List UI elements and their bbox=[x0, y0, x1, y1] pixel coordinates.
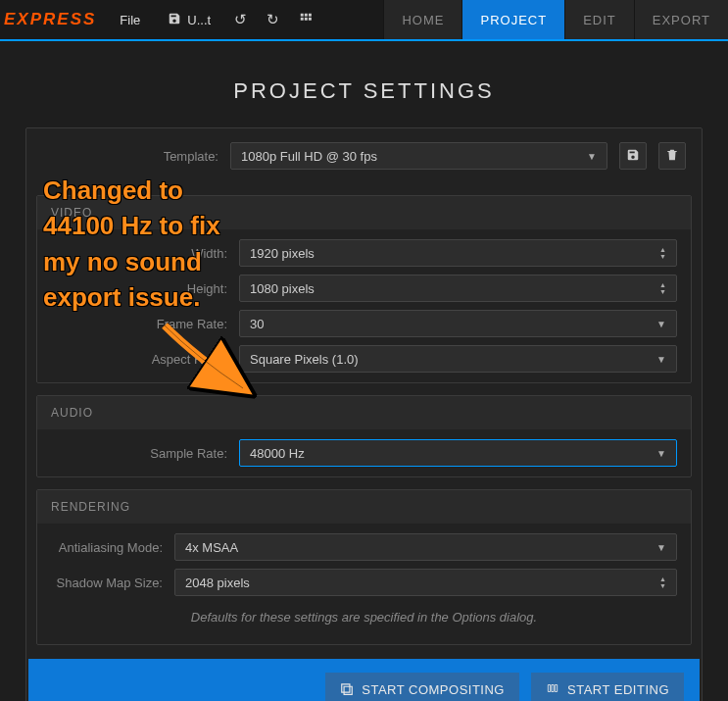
framerate-label: Frame Rate: bbox=[51, 317, 227, 331]
chevron-down-icon: ▼ bbox=[656, 354, 666, 365]
svg-rect-0 bbox=[301, 13, 304, 16]
page-title: PROJECT SETTINGS bbox=[25, 78, 703, 104]
grid-button[interactable] bbox=[293, 8, 318, 32]
framerate-value: 30 bbox=[250, 317, 264, 331]
aspect-select[interactable]: Square Pixels (1.0) ▼ bbox=[239, 345, 677, 373]
svg-rect-1 bbox=[305, 13, 308, 16]
settings-panel: Template: 1080p Full HD @ 30 fps ▼ VIDEO bbox=[25, 127, 703, 701]
tab-edit[interactable]: EDIT bbox=[564, 0, 634, 39]
template-value: 1080p Full HD @ 30 fps bbox=[241, 149, 377, 164]
file-menu[interactable]: File bbox=[110, 7, 150, 33]
undo-icon: ↺ bbox=[234, 11, 247, 27]
tab-export[interactable]: EXPORT bbox=[634, 0, 728, 39]
template-label: Template: bbox=[42, 149, 218, 164]
chevron-down-icon: ▼ bbox=[656, 319, 666, 329]
height-input[interactable]: 1080 pixels ▲▼ bbox=[239, 275, 677, 302]
width-input[interactable]: 1920 pixels ▲▼ bbox=[239, 239, 677, 267]
start-compositing-label: START COMPOSITING bbox=[362, 682, 505, 697]
grid-icon bbox=[299, 12, 313, 28]
trash-icon bbox=[665, 148, 679, 165]
svg-rect-4 bbox=[305, 17, 308, 20]
tab-export-label: EXPORT bbox=[653, 13, 710, 27]
file-menu-label: File bbox=[120, 13, 140, 27]
save-menu[interactable]: U...t bbox=[158, 6, 220, 34]
height-value: 1080 pixels bbox=[250, 281, 315, 296]
rendering-header: RENDERING bbox=[37, 490, 691, 524]
shadow-value: 2048 pixels bbox=[185, 576, 250, 590]
top-menu-bar: EXPRESS File U...t ↺ ↻ HOME PROJECT EDIT… bbox=[0, 0, 728, 41]
height-label: Height: bbox=[51, 281, 227, 296]
aa-label: Antialiasing Mode: bbox=[51, 540, 163, 555]
spinner-icon[interactable]: ▲▼ bbox=[659, 281, 666, 295]
width-label: Width: bbox=[51, 246, 227, 261]
rendering-hint: Defaults for these settings are specifie… bbox=[51, 604, 677, 634]
save-icon bbox=[626, 148, 640, 165]
sample-rate-value: 48000 Hz bbox=[250, 446, 305, 461]
tab-edit-label: EDIT bbox=[583, 13, 616, 27]
width-value: 1920 pixels bbox=[250, 246, 315, 261]
svg-rect-2 bbox=[309, 13, 312, 16]
aspect-value: Square Pixels (1.0) bbox=[250, 352, 359, 367]
tab-home-label: HOME bbox=[402, 13, 444, 27]
framerate-select[interactable]: 30 ▼ bbox=[239, 310, 677, 337]
aa-value: 4x MSAA bbox=[185, 540, 238, 555]
chevron-down-icon: ▼ bbox=[587, 151, 597, 162]
video-section: VIDEO Width: 1920 pixels ▲▼ Height: 1080… bbox=[36, 195, 692, 383]
audio-section: AUDIO Sample Rate: 48000 Hz ▼ bbox=[36, 395, 692, 477]
template-select[interactable]: 1080p Full HD @ 30 fps ▼ bbox=[230, 142, 607, 170]
aa-select[interactable]: 4x MSAA ▼ bbox=[174, 533, 677, 561]
spinner-icon[interactable]: ▲▼ bbox=[659, 576, 666, 589]
start-editing-label: START EDITING bbox=[567, 682, 669, 697]
aspect-label: Aspect Ratio: bbox=[51, 352, 227, 367]
sample-rate-label: Sample Rate: bbox=[51, 446, 227, 461]
svg-rect-5 bbox=[309, 17, 312, 20]
tab-project-label: PROJECT bbox=[480, 13, 547, 27]
start-editing-button[interactable]: START EDITING bbox=[531, 673, 684, 701]
rendering-section: RENDERING Antialiasing Mode: 4x MSAA ▼ S… bbox=[36, 489, 692, 645]
app-logo: EXPRESS bbox=[4, 10, 102, 29]
undo-button[interactable]: ↺ bbox=[228, 7, 253, 32]
start-compositing-button[interactable]: START COMPOSITING bbox=[325, 673, 519, 701]
audio-header: AUDIO bbox=[37, 396, 691, 429]
video-header: VIDEO bbox=[37, 196, 691, 229]
compositing-icon bbox=[340, 681, 354, 698]
redo-icon: ↻ bbox=[267, 11, 279, 27]
chevron-down-icon: ▼ bbox=[656, 542, 666, 553]
save-menu-label: U...t bbox=[187, 13, 211, 27]
svg-rect-3 bbox=[301, 17, 304, 20]
tab-project[interactable]: PROJECT bbox=[461, 0, 564, 39]
shadow-label: Shadow Map Size: bbox=[51, 576, 163, 590]
spinner-icon[interactable]: ▲▼ bbox=[659, 246, 666, 260]
sample-rate-select[interactable]: 48000 Hz ▼ bbox=[239, 439, 677, 467]
tab-home[interactable]: HOME bbox=[383, 0, 461, 39]
delete-template-button[interactable] bbox=[658, 142, 686, 170]
save-template-button[interactable] bbox=[619, 142, 647, 170]
footer-actions: START COMPOSITING START EDITING bbox=[28, 659, 700, 701]
chevron-down-icon: ▼ bbox=[656, 448, 666, 459]
save-icon bbox=[168, 12, 181, 28]
shadow-input[interactable]: 2048 pixels ▲▼ bbox=[174, 569, 677, 596]
redo-button[interactable]: ↻ bbox=[261, 7, 285, 32]
editing-icon bbox=[546, 681, 559, 698]
